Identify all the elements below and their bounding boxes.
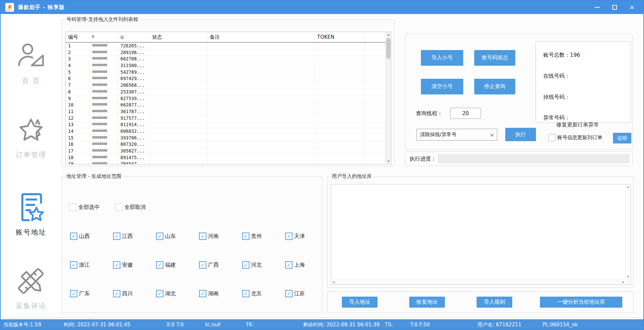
- action-dropdown[interactable]: 清除掉线/异常号 ∨: [417, 129, 497, 140]
- province-checkbox[interactable]: ✓: [242, 290, 249, 297]
- province-checkbox-item[interactable]: ✓河北: [242, 261, 285, 290]
- province-checkbox[interactable]: ✓: [242, 261, 249, 269]
- table-row[interactable]: 12ȸȸȸȸȸȸȸȸ917577...: [66, 115, 391, 122]
- province-checkbox-item[interactable]: ✓江西: [113, 233, 156, 261]
- address-library-textarea[interactable]: ▲ ▼ ◀ ▶: [331, 184, 631, 285]
- analyze-library-button[interactable]: 一键分析当前地址库: [540, 297, 622, 308]
- scrollbar-thumb[interactable]: [386, 38, 391, 59]
- table-row[interactable]: 18ȸȸȸȸȸȸȸȸ891475...: [66, 154, 391, 161]
- sidebar-item-orders[interactable]: 订单管理: [1, 114, 61, 159]
- close-button[interactable]: ✕: [623, 1, 641, 14]
- table-row[interactable]: 1ȸȸȸȸȸȸȸȸ726265...: [66, 43, 391, 49]
- table-row[interactable]: 14ȸȸȸȸȸȸȸȸ606832...: [66, 128, 391, 135]
- library-vertical-scrollbar[interactable]: ▲ ▼: [625, 185, 630, 284]
- table-row[interactable]: 4ȸȸȸȸȸȸȸȸ311580...: [66, 62, 391, 69]
- province-checkbox-item[interactable]: ✓上海: [285, 261, 328, 290]
- table-row[interactable]: 7ȸȸȸȸȸȸȸȸ286568...: [66, 82, 391, 89]
- table-row[interactable]: 11ȸȸȸȸȸȸȸȸ361787...: [66, 108, 391, 115]
- scroll-down-icon[interactable]: ▼: [627, 275, 629, 278]
- table-row[interactable]: 16ȸȸȸȸȸȸȸȸ807320...: [66, 141, 391, 148]
- province-checkbox-item[interactable]: ✓四川: [113, 290, 156, 319]
- username-cell: 361787...: [118, 108, 150, 115]
- province-checkbox[interactable]: ✓: [285, 261, 292, 269]
- table-row[interactable]: 3ȸȸȸȸȸȸȸȸ662708...: [66, 56, 391, 62]
- province-checkbox-item[interactable]: ✓山西: [70, 233, 113, 261]
- stop-query-button[interactable]: 停止查询: [474, 79, 515, 94]
- column-header-index[interactable]: 编号: [66, 32, 90, 42]
- province-checkbox-item[interactable]: ✓浙江: [70, 261, 113, 290]
- province-checkbox[interactable]: ✓: [156, 290, 163, 297]
- scroll-right-icon[interactable]: ▶: [622, 281, 624, 284]
- province-checkbox-item[interactable]: ✓湖南: [199, 290, 242, 319]
- table-row[interactable]: 2ȸȸȸȸȸȸȸȸ289196...: [66, 49, 391, 56]
- sidebar-item-home[interactable]: 首 页: [1, 40, 61, 85]
- check-status-button[interactable]: 查号码状态: [474, 50, 515, 66]
- province-checkbox[interactable]: ✓: [156, 261, 163, 269]
- deselect-all-checkbox[interactable]: [115, 204, 122, 211]
- province-checkbox[interactable]: ✓: [156, 233, 163, 240]
- table-row[interactable]: 17ȸȸȸȸȸȸȸȸ305827...: [66, 148, 391, 154]
- thread-count-input[interactable]: [450, 108, 481, 119]
- library-horizontal-scrollbar[interactable]: ◀ ▶: [331, 279, 630, 284]
- province-checkbox-item[interactable]: ✓广东: [70, 290, 113, 319]
- province-checkbox-item[interactable]: ✓河南: [199, 233, 242, 261]
- province-checkbox-item[interactable]: ✓山东: [156, 233, 199, 261]
- province-checkbox[interactable]: ✓: [242, 233, 249, 240]
- province-checkbox[interactable]: ✓: [285, 290, 292, 297]
- province-checkbox[interactable]: ✓: [113, 233, 120, 240]
- minimize-button[interactable]: [589, 1, 606, 14]
- execute-button[interactable]: 执行: [505, 128, 536, 141]
- province-checkbox-item[interactable]: ✓北京: [242, 290, 285, 319]
- deselect-all-checkbox-item[interactable]: 全部取消: [115, 204, 146, 211]
- province-checkbox[interactable]: ✓: [113, 290, 120, 297]
- province-checkbox-item[interactable]: ✓湖北: [156, 290, 199, 319]
- table-vertical-scrollbar[interactable]: ▲ ▼: [385, 32, 391, 164]
- help-button[interactable]: 说明: [613, 133, 631, 143]
- table-row[interactable]: 15ȸȸȸȸȸȸȸȸ393706...: [66, 135, 391, 141]
- province-checkbox[interactable]: ✓: [285, 233, 292, 240]
- province-checkbox[interactable]: ✓: [70, 290, 77, 297]
- group-title: 号码管理-支持拖入文件到列表框: [65, 16, 140, 23]
- scroll-up-icon[interactable]: ▲: [386, 32, 391, 37]
- table-row[interactable]: 19ȸȸȸȸȸȸȸȸ784547...: [66, 161, 391, 164]
- restore-address-button[interactable]: 恢复地址: [409, 297, 445, 308]
- province-checkbox[interactable]: ✓: [199, 290, 206, 297]
- province-checkbox-item[interactable]: ✓广西: [199, 261, 242, 290]
- column-header-remark[interactable]: 备注: [207, 32, 315, 42]
- sidebar-item-collect-comments[interactable]: 采集评论: [1, 265, 61, 311]
- clear-accounts-button[interactable]: 清空小号: [421, 79, 463, 94]
- username-cell: 811914...: [118, 121, 150, 128]
- table-row[interactable]: 6ȸȸȸȸȸȸȸȸ697429...: [66, 75, 391, 82]
- column-header-password[interactable]: p: [90, 32, 118, 42]
- select-all-checkbox-item[interactable]: 全部选中: [69, 204, 100, 211]
- table-row[interactable]: 10ȸȸȸȸȸȸȸȸ662877...: [66, 102, 391, 108]
- update-orders-checkbox[interactable]: [548, 134, 555, 141]
- province-checkbox[interactable]: ✓: [199, 261, 206, 269]
- import-accounts-button[interactable]: 导入小号: [421, 50, 463, 66]
- province-checkbox[interactable]: ✓: [113, 261, 120, 269]
- province-checkbox-item[interactable]: ✓福建: [156, 261, 199, 290]
- scroll-down-icon[interactable]: ▼: [386, 159, 391, 164]
- table-row[interactable]: 5ȸȸȸȸȸȸȸȸ542789...: [66, 69, 391, 76]
- province-checkbox[interactable]: ✓: [70, 233, 77, 240]
- column-header-token[interactable]: TOKEN: [315, 32, 365, 42]
- province-checkbox-item[interactable]: ✓安徽: [113, 261, 156, 290]
- import-address-button[interactable]: 导入地址: [342, 297, 378, 308]
- column-header-status[interactable]: 状态: [150, 32, 207, 42]
- province-checkbox[interactable]: ✓: [70, 261, 77, 269]
- province-checkbox[interactable]: ✓: [199, 233, 206, 240]
- password-cell: ȸȸȸȸȸȸȸȸ: [90, 148, 118, 154]
- table-row[interactable]: 13ȸȸȸȸȸȸȸȸ811914...: [66, 121, 391, 128]
- maximize-button[interactable]: [606, 1, 623, 14]
- province-checkbox-item[interactable]: ✓天津: [285, 233, 328, 261]
- province-checkbox-item[interactable]: ✓江苏: [285, 290, 328, 319]
- table-row[interactable]: 9ȸȸȸȸȸȸȸȸ827539...: [66, 95, 391, 102]
- scroll-up-icon[interactable]: ▲: [627, 185, 629, 188]
- column-header-username[interactable]: u: [118, 32, 150, 42]
- import-rules-button[interactable]: 导入规则: [477, 297, 512, 308]
- scroll-left-icon[interactable]: ◀: [333, 281, 335, 284]
- select-all-checkbox[interactable]: [69, 204, 76, 211]
- sidebar-item-account-address[interactable]: 账号地址: [1, 192, 61, 237]
- province-checkbox-item[interactable]: ✓贵州: [242, 233, 285, 261]
- table-row[interactable]: 8ȸȸȸȸȸȸȸȸ253307...: [66, 89, 391, 95]
